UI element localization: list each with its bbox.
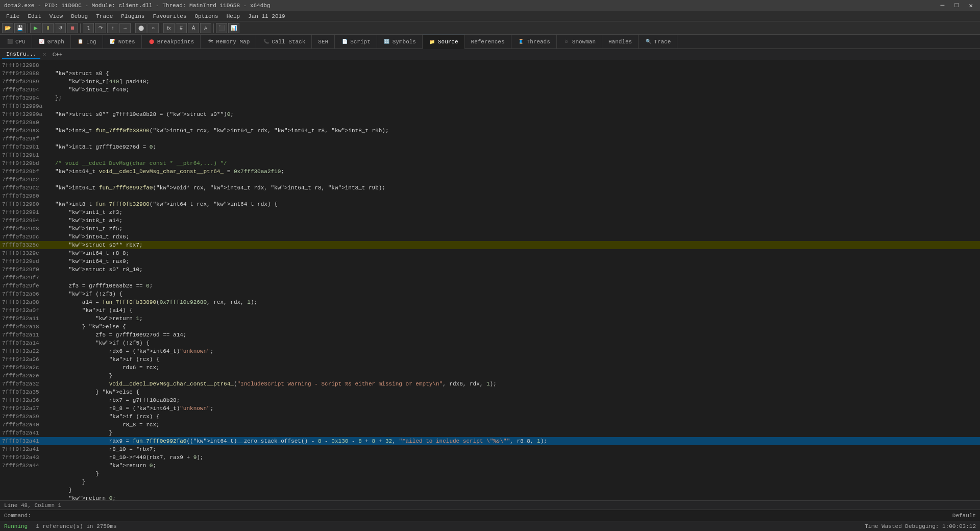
tab-source[interactable]: 📁 Source	[423, 35, 465, 49]
table-row[interactable]: 7fff0f329c2	[0, 176, 980, 184]
tab-script[interactable]: 📄 Script	[335, 35, 377, 49]
table-row[interactable]: 7fff0f32a2c rdx6 = rcx;	[0, 364, 980, 372]
table-row[interactable]: 7fff0f32a0f "kw">if (a14) {	[0, 306, 980, 315]
toolbar-hash[interactable]: #	[176, 23, 187, 33]
inner-tab-instru[interactable]: Instru...	[2, 50, 40, 59]
table-row[interactable]: 7fff0f329fe zf3 = g7fff10ea8b28 == 0;	[0, 282, 980, 290]
toolbar-font[interactable]: A	[188, 23, 199, 33]
toolbar-more2[interactable]: 📊	[228, 23, 239, 33]
table-row[interactable]: 7fff0f329c2"kw">int64_t fun_7fff0e992fa0…	[0, 184, 980, 192]
tab-call-stack[interactable]: 📞 Call Stack	[256, 35, 312, 49]
table-row[interactable]: 7fff0f32a26 "kw">if (rcx) {	[0, 355, 980, 364]
tab-threads[interactable]: 🧵 Threads	[511, 35, 557, 49]
table-row[interactable]: 7fff0f32999a	[0, 102, 980, 110]
table-row[interactable]: 7fff0f32991 "kw">int1_t zf3;	[0, 208, 980, 216]
table-row[interactable]: }	[0, 478, 980, 486]
toolbar-toggle-bp[interactable]: ⬤	[135, 23, 146, 33]
toolbar-disable-bp[interactable]: ○	[148, 23, 159, 33]
table-row[interactable]: 7fff0f32a22 rdx6 = ("kw">int64_t)"unknow…	[0, 347, 980, 355]
table-row[interactable]: 7fff0f329b1"kw">int8_t g7fff10e9276d = 0…	[0, 143, 980, 151]
toolbar-save[interactable]: 💾	[14, 23, 26, 33]
toolbar-more1[interactable]: ⬛	[216, 23, 227, 33]
table-row[interactable]: 7fff0f32a41 }	[0, 429, 980, 437]
tab-cpu[interactable]: ⬛ CPU	[0, 35, 32, 49]
code-area[interactable]: 7fff0f329887fff0f32988"kw">struct s0 {7f…	[0, 60, 980, 500]
menu-file[interactable]: File	[2, 13, 23, 20]
table-row[interactable]: 7fff0f32a39 "kw">if (rcx) {	[0, 413, 980, 421]
table-row[interactable]: "kw">return 0;	[0, 494, 980, 500]
table-row[interactable]: 7fff0f329af	[0, 135, 980, 143]
table-row[interactable]: 7fff0f32a40 r8_8 = rcx;	[0, 421, 980, 429]
menu-help[interactable]: Help	[223, 13, 244, 20]
table-row[interactable]: 7fff0f32a43 r8_10->f440(rbx7, rax9 + 9);	[0, 453, 980, 462]
table-row[interactable]: 7fff0f329f7	[0, 274, 980, 282]
table-row[interactable]: }	[0, 470, 980, 478]
table-row[interactable]: 7fff0f32a18 } "kw">else {	[0, 323, 980, 331]
menu-trace[interactable]: Trace	[92, 13, 117, 20]
tab-seh[interactable]: SEH	[312, 35, 335, 49]
table-row[interactable]: 7fff0f32988	[0, 61, 980, 69]
command-input[interactable]	[35, 512, 948, 519]
table-row[interactable]: 7fff0f329a3"kw">int8_t fun_7fff0fb33890(…	[0, 127, 980, 135]
table-row[interactable]: 7fff0f32994 "kw">int8_t a14;	[0, 216, 980, 225]
table-row[interactable]: 7fff0f32a06 "kw">if (!zf3) {	[0, 290, 980, 298]
tab-graph[interactable]: 📈 Graph	[32, 35, 71, 49]
table-row[interactable]: 7fff0f32a37 r8_8 = ("kw">int64_t)"unknow…	[0, 404, 980, 413]
toolbar-step-into[interactable]: ⤵	[83, 23, 94, 33]
table-row[interactable]: 7fff0f32a41 rax9 = fun_7fff0e992fa0(("kw…	[0, 437, 980, 445]
table-row[interactable]: 7fff0f32a08 a14 = fun_7fff0fb33890(0x7ff…	[0, 298, 980, 306]
tab-log[interactable]: 📋 Log	[71, 35, 103, 49]
toolbar-run-to-cursor[interactable]: →	[119, 23, 131, 33]
tab-handles[interactable]: Handles	[602, 35, 639, 49]
toolbar-step-out[interactable]: ↑	[107, 23, 118, 33]
toolbar-fx[interactable]: fx	[163, 23, 175, 33]
menu-edit[interactable]: Edit	[23, 13, 45, 20]
table-row[interactable]: 7fff0f32a44 "kw">return 0;	[0, 462, 980, 470]
menu-plugins[interactable]: Plugins	[117, 13, 149, 20]
tab-references[interactable]: References	[465, 35, 511, 49]
table-row[interactable]: 7fff0f329a0	[0, 118, 980, 127]
toolbar-pause[interactable]: ⏸	[42, 23, 54, 33]
table-row[interactable]: }	[0, 486, 980, 494]
toolbar-run[interactable]: ▶	[30, 23, 41, 33]
table-row[interactable]: 7fff0f32980"kw">int8_t fun_7fff0fb32980(…	[0, 200, 980, 208]
tab-memory-map[interactable]: 🗺 Memory Map	[201, 35, 256, 49]
table-row[interactable]: 7fff0f3325c "kw">struct s0** rbx7;	[0, 241, 980, 249]
table-row[interactable]: 7fff0f32a41 r8_10 = *rbx7;	[0, 445, 980, 453]
table-row[interactable]: 7fff0f32988"kw">struct s0 {	[0, 69, 980, 78]
menu-debug[interactable]: Debug	[67, 13, 92, 20]
table-row[interactable]: 7fff0f32a35 } "kw">else {	[0, 388, 980, 396]
table-row[interactable]: 7fff0f32980	[0, 192, 980, 200]
table-row[interactable]: 7fff0f32a11 "kw">return 1;	[0, 315, 980, 323]
tab-symbols[interactable]: 🔣 Symbols	[377, 35, 423, 49]
tab-breakpoints[interactable]: ⬤ Breakpoints	[142, 35, 201, 49]
table-row[interactable]: 7fff0f329ed "kw">int64_t rax9;	[0, 257, 980, 266]
table-row[interactable]: 7fff0f329dc "kw">int64_t rdx6;	[0, 233, 980, 241]
close-button[interactable]: ✕	[966, 2, 976, 10]
table-row[interactable]: 7fff0f32a36 rbx7 = g7fff10ea8b28;	[0, 396, 980, 404]
minimize-button[interactable]: ─	[938, 2, 948, 10]
tab-snowman[interactable]: ☃ Snowman	[557, 35, 602, 49]
table-row[interactable]: 7fff0f329f0 "kw">struct s0* r8_10;	[0, 266, 980, 274]
menu-favourites[interactable]: Favourites	[149, 13, 190, 20]
table-row[interactable]: 7fff0f32994};	[0, 94, 980, 102]
table-row[interactable]: 7fff0f32a32 void__cdecl_DevMsg_char_cons…	[0, 380, 980, 388]
table-row[interactable]: 7fff0f32999a"kw">struct s0** g7fff10ea8b…	[0, 110, 980, 118]
table-row[interactable]: 7fff0f32a14 "kw">if (!zf5) {	[0, 339, 980, 347]
inner-tab-cpp[interactable]: C++	[48, 51, 67, 59]
toolbar-step-over[interactable]: ↷	[95, 23, 106, 33]
table-row[interactable]: 7fff0f329bd/* void __cdecl DevMsg(char c…	[0, 159, 980, 167]
table-row[interactable]: 7fff0f32a2e }	[0, 372, 980, 380]
maximize-button[interactable]: □	[951, 2, 962, 10]
table-row[interactable]: 7fff0f329d8 "kw">int1_t zf5;	[0, 225, 980, 233]
toolbar-font2[interactable]: A	[200, 23, 211, 33]
table-row[interactable]: 7fff0f3329e "kw">int64_t r8_8;	[0, 249, 980, 257]
toolbar-restart[interactable]: ↺	[55, 23, 66, 33]
table-row[interactable]: 7fff0f329bf"kw">int64_t void__cdecl_DevM…	[0, 167, 980, 176]
tab-notes[interactable]: 📝 Notes	[103, 35, 142, 49]
menu-view[interactable]: View	[45, 13, 67, 20]
toolbar-open[interactable]: 📂	[2, 23, 13, 33]
table-row[interactable]: 7fff0f32a11 zf5 = g7fff10e9276d == a14;	[0, 331, 980, 339]
table-row[interactable]: 7fff0f32989 "kw">int8_t[440] pad440;	[0, 78, 980, 86]
menu-options[interactable]: Options	[190, 13, 222, 20]
